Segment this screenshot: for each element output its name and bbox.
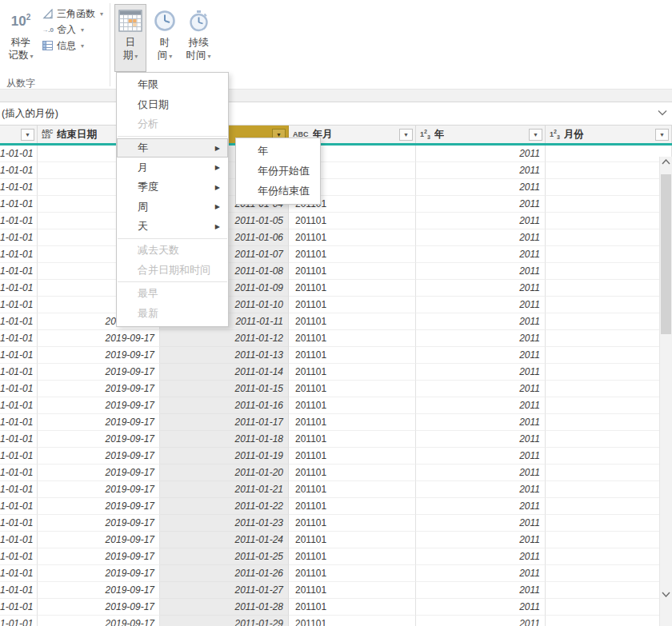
- table-cell[interactable]: [546, 297, 672, 313]
- table-cell[interactable]: [546, 599, 672, 616]
- scroll-up-icon[interactable]: [662, 159, 670, 165]
- table-cell[interactable]: [546, 381, 672, 397]
- date-menu-item-5[interactable]: 月▶: [117, 157, 228, 177]
- table-cell[interactable]: 2011-01-27: [160, 582, 289, 599]
- table-cell[interactable]: 201101: [289, 565, 416, 582]
- table-cell[interactable]: 2019-09-17: [38, 616, 160, 626]
- table-cell[interactable]: 2011: [416, 565, 546, 582]
- table-cell[interactable]: [546, 498, 672, 515]
- date-button[interactable]: 日 期▾: [114, 4, 146, 72]
- table-cell[interactable]: 2019-09-17: [38, 347, 160, 364]
- table-cell[interactable]: 1-01-01: [0, 548, 38, 565]
- table-cell[interactable]: 2011: [416, 364, 546, 381]
- table-cell[interactable]: [546, 565, 672, 582]
- table-cell[interactable]: [546, 313, 672, 330]
- table-cell[interactable]: 1-01-01: [0, 582, 38, 599]
- table-cell[interactable]: 201101: [289, 246, 416, 263]
- table-cell[interactable]: 2019-09-17: [38, 481, 160, 498]
- table-cell[interactable]: 2019-09-17: [38, 465, 160, 481]
- table-cell[interactable]: 201101: [289, 616, 416, 626]
- table-cell[interactable]: 201101: [289, 213, 416, 229]
- table-cell[interactable]: 2011-01-20: [160, 465, 289, 481]
- table-cell[interactable]: 2019-09-17: [38, 532, 160, 548]
- table-cell[interactable]: 1-01-01: [0, 448, 38, 465]
- table-cell[interactable]: 1-01-01: [0, 465, 38, 481]
- table-cell[interactable]: 1-01-01: [0, 146, 38, 162]
- table-cell[interactable]: 1-01-01: [0, 246, 38, 263]
- duration-button[interactable]: 持续 时间▾: [181, 4, 216, 72]
- table-cell[interactable]: 1-01-01: [0, 280, 38, 297]
- table-cell[interactable]: 2019-09-17: [38, 515, 160, 532]
- table-cell[interactable]: 2011: [416, 179, 546, 196]
- table-cell[interactable]: 2011: [416, 465, 546, 481]
- table-cell[interactable]: 2019-09-17: [38, 397, 160, 414]
- date-menu-item-1[interactable]: 仅日期: [117, 95, 228, 115]
- table-cell[interactable]: 201101: [289, 548, 416, 565]
- table-cell[interactable]: [546, 196, 672, 213]
- table-cell[interactable]: 201101: [289, 448, 416, 465]
- table-cell[interactable]: 201101: [289, 465, 416, 481]
- date-menu-item-7[interactable]: 周▶: [117, 197, 228, 217]
- table-cell[interactable]: 2011-01-14: [160, 364, 289, 381]
- date-menu-item-4[interactable]: 年▶: [117, 138, 228, 158]
- table-cell[interactable]: 1-01-01: [0, 532, 38, 548]
- table-cell[interactable]: 2011-01-19: [160, 448, 289, 465]
- table-cell[interactable]: 201101: [289, 481, 416, 498]
- table-cell[interactable]: [546, 347, 672, 364]
- table-cell[interactable]: 201101: [289, 397, 416, 414]
- formula-bar[interactable]: (插入的月份): [0, 102, 672, 126]
- table-cell[interactable]: [546, 548, 672, 565]
- table-cell[interactable]: 1-01-01: [0, 179, 38, 196]
- table-cell[interactable]: 2011-01-16: [160, 397, 289, 414]
- table-cell[interactable]: 1-01-01: [0, 347, 38, 364]
- table-cell[interactable]: 201101: [289, 414, 416, 431]
- table-cell[interactable]: [546, 397, 672, 414]
- table-cell[interactable]: 1-01-01: [0, 229, 38, 246]
- filter-dropdown-button[interactable]: ▼: [21, 129, 34, 141]
- table-cell[interactable]: 2011: [416, 330, 546, 347]
- table-cell[interactable]: 2019-09-17: [38, 448, 160, 465]
- table-cell[interactable]: 2011: [416, 146, 546, 162]
- table-cell[interactable]: [546, 616, 672, 626]
- table-cell[interactable]: 2011: [416, 599, 546, 616]
- table-cell[interactable]: 1-01-01: [0, 498, 38, 515]
- table-cell[interactable]: 201101: [289, 313, 416, 330]
- table-cell[interactable]: [546, 465, 672, 481]
- column-header-5[interactable]: 123月份▼: [546, 126, 672, 143]
- filter-dropdown-button[interactable]: ▼: [399, 129, 413, 141]
- table-cell[interactable]: 201101: [289, 347, 416, 364]
- table-cell[interactable]: 2011-01-22: [160, 498, 289, 515]
- vertical-scrollbar[interactable]: [659, 157, 672, 626]
- date-menu-item-8[interactable]: 天▶: [117, 217, 228, 237]
- table-cell[interactable]: 2011: [416, 162, 546, 179]
- table-cell[interactable]: 201101: [289, 498, 416, 515]
- table-cell[interactable]: [546, 330, 672, 347]
- table-cell[interactable]: [546, 364, 672, 381]
- table-cell[interactable]: [546, 431, 672, 448]
- table-cell[interactable]: 2011-01-29: [160, 616, 289, 626]
- table-cell[interactable]: 201101: [289, 515, 416, 532]
- table-cell[interactable]: 2011: [416, 548, 546, 565]
- table-cell[interactable]: [546, 162, 672, 179]
- table-cell[interactable]: 201101: [289, 532, 416, 548]
- table-cell[interactable]: 1-01-01: [0, 313, 38, 330]
- table-cell[interactable]: 2011-01-18: [160, 431, 289, 448]
- table-cell[interactable]: 201101: [289, 280, 416, 297]
- formula-text[interactable]: (插入的月份): [0, 107, 58, 121]
- table-cell[interactable]: [546, 582, 672, 599]
- table-cell[interactable]: 1-01-01: [0, 196, 38, 213]
- table-cell[interactable]: 2019-09-17: [38, 330, 160, 347]
- table-cell[interactable]: 201101: [289, 229, 416, 246]
- table-cell[interactable]: 201101: [289, 263, 416, 280]
- table-cell[interactable]: [546, 414, 672, 431]
- table-cell[interactable]: [546, 532, 672, 548]
- table-cell[interactable]: 201101: [289, 297, 416, 313]
- year-submenu-item-2[interactable]: 年份结束值: [236, 181, 320, 201]
- expand-formula-chevron-icon[interactable]: [658, 110, 667, 116]
- table-cell[interactable]: 2011: [416, 297, 546, 313]
- table-cell[interactable]: 1-01-01: [0, 397, 38, 414]
- table-cell[interactable]: 2011-01-24: [160, 532, 289, 548]
- table-cell[interactable]: 2011: [416, 532, 546, 548]
- table-cell[interactable]: 201101: [289, 599, 416, 616]
- table-cell[interactable]: 201101: [289, 364, 416, 381]
